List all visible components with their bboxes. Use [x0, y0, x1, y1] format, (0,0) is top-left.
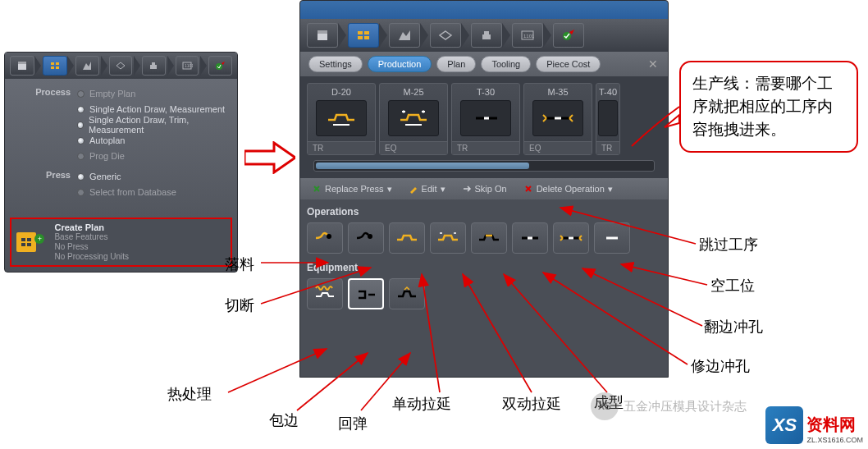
eq-hem-button[interactable]: [348, 278, 384, 309]
press-opt-generic[interactable]: Generic: [77, 170, 226, 183]
anno-rechuli: 热处理: [167, 384, 212, 404]
tb-file-icon[interactable]: [10, 56, 34, 76]
edit-button[interactable]: Edit▾: [404, 182, 450, 196]
tb-plan-icon[interactable]: [348, 23, 379, 48]
svg-point-33: [327, 234, 331, 239]
equipment-title: Equipment: [307, 262, 661, 273]
svg-rect-1: [18, 62, 26, 64]
svg-rect-14: [27, 243, 31, 246]
tb-check-icon[interactable]: [208, 56, 232, 76]
tab-production[interactable]: Production: [368, 56, 432, 72]
svg-rect-21: [482, 34, 491, 39]
h-scrollbar[interactable]: [313, 160, 655, 172]
svg-rect-4: [51, 66, 54, 69]
svg-rect-5: [56, 66, 59, 69]
big-arrow-icon: [244, 141, 295, 177]
op-draw-icon: [316, 100, 367, 136]
op-trimpierce-button[interactable]: [512, 222, 548, 254]
replace-press-button[interactable]: Replace Press▾: [307, 182, 397, 196]
press-label: Press: [16, 170, 77, 201]
tb-machine-icon[interactable]: [142, 56, 166, 76]
operations-section: Operations: [300, 199, 668, 260]
prod-col-m25[interactable]: M-25 EQ: [379, 83, 448, 155]
svg-rect-6: [150, 65, 157, 69]
close-icon[interactable]: ✕: [646, 57, 660, 71]
right-toolbar: 1101: [300, 19, 668, 52]
prod-col-m35[interactable]: M-35 EQ: [523, 83, 592, 155]
prod-col-t40[interactable]: T-40 TR: [596, 83, 620, 155]
process-opt-progdie[interactable]: Prog Die: [77, 149, 226, 163]
prod-col-d20[interactable]: D-20 TR: [307, 83, 376, 155]
tab-piececost[interactable]: Piece Cost: [536, 56, 601, 72]
svg-rect-16: [318, 30, 327, 34]
anno-huitan: 回弹: [338, 414, 368, 433]
svg-text:1101: 1101: [523, 34, 535, 39]
eq-springback-button[interactable]: [389, 278, 425, 309]
watermark: XS 五金冲压模具设计杂志: [591, 392, 747, 420]
tab-settings[interactable]: Settings: [308, 56, 363, 72]
tb-display-icon[interactable]: 1101: [176, 56, 199, 76]
prod-col-t30[interactable]: T-30 TR: [451, 83, 520, 155]
scroll-thumb[interactable]: [316, 163, 529, 169]
chevron-down-icon: ▾: [441, 184, 445, 195]
create-plan-title: Create Plan: [54, 222, 129, 232]
logo-badge: XS: [765, 406, 803, 444]
svg-rect-2: [51, 62, 54, 65]
process-opt-empty[interactable]: Empty Plan: [77, 87, 226, 100]
svg-rect-7: [152, 62, 155, 65]
create-plan-box[interactable]: + Create Plan Base Features No Press No …: [10, 218, 232, 267]
tb-machine-icon[interactable]: [471, 23, 502, 48]
tb-mountain-icon[interactable]: [75, 56, 99, 76]
titlebar: [300, 1, 668, 19]
process-opt-single-draw-trim[interactable]: Single Action Draw, Trim, Measurement: [77, 118, 226, 131]
right-panel: 1101 Settings Production Plan Tooling Pi…: [299, 0, 669, 378]
create-plan-sub2: No Press: [54, 242, 129, 252]
skip-button[interactable]: Skip On: [457, 182, 512, 195]
eq-heat-button[interactable]: [307, 278, 343, 309]
svg-rect-22: [484, 31, 489, 34]
op-draw2-icon: [388, 100, 439, 136]
anno-dandong: 单动拉延: [392, 394, 451, 414]
anno-qieduan: 切断: [225, 296, 254, 315]
watermark-text: 五金冲压模具设计杂志: [624, 399, 747, 415]
create-plan-icon: [16, 232, 36, 252]
equipment-section: Equipment: [300, 260, 668, 316]
anno-xiubian: 修边冲孔: [691, 356, 750, 376]
svg-rect-18: [364, 31, 369, 34]
tb-check-icon[interactable]: [553, 23, 584, 48]
svg-text:1101: 1101: [185, 63, 193, 68]
op-cut-button[interactable]: [348, 222, 384, 254]
anno-konggongwei: 空工位: [710, 276, 755, 296]
logo-sub: ZL.XS1616.COM: [806, 436, 863, 444]
chevron-down-icon: ▾: [608, 184, 613, 195]
delete-operation-button[interactable]: Delete Operation▾: [519, 182, 618, 196]
op-flangepierce-button[interactable]: [553, 222, 589, 254]
tab-tooling[interactable]: Tooling: [481, 56, 531, 72]
action-row: Replace Press▾ Edit▾ Skip On Delete Oper…: [300, 178, 668, 199]
tab-row: Settings Production Plan Tooling Piece C…: [300, 52, 668, 76]
press-opt-database[interactable]: Select from Database: [77, 186, 226, 199]
op-blank-button[interactable]: [307, 222, 343, 254]
anno-shuangdong: 双动拉延: [502, 394, 561, 414]
left-options: Process Empty Plan Single Action Draw, M…: [5, 79, 237, 213]
op-blank-icon: [598, 100, 618, 136]
tab-plan[interactable]: Plan: [436, 56, 476, 72]
tb-display-icon[interactable]: 1101: [512, 23, 543, 48]
tb-diamond-icon[interactable]: [430, 23, 461, 48]
op-form-button[interactable]: [471, 222, 507, 254]
callout-note: 生产线：需要哪个工序就把相应的工序内容拖拽进来。: [679, 61, 858, 153]
tb-mountain-icon[interactable]: [389, 23, 420, 48]
svg-rect-13: [21, 243, 25, 246]
anno-baobian: 包边: [269, 410, 299, 430]
tb-plan-icon[interactable]: [43, 56, 67, 76]
op-singledraw-button[interactable]: [389, 222, 425, 254]
op-empty-button[interactable]: [594, 222, 630, 254]
watermark-circle: XS: [591, 392, 619, 420]
operations-title: Operations: [307, 206, 661, 218]
op-doubledraw-button[interactable]: [430, 222, 466, 254]
svg-rect-12: [27, 238, 31, 241]
tb-diamond-icon[interactable]: [109, 56, 133, 76]
process-opt-autoplan[interactable]: Autoplan: [77, 134, 226, 147]
tb-file-icon[interactable]: [307, 23, 338, 48]
process-opt-single-draw[interactable]: Single Action Draw, Measurement: [77, 103, 226, 116]
